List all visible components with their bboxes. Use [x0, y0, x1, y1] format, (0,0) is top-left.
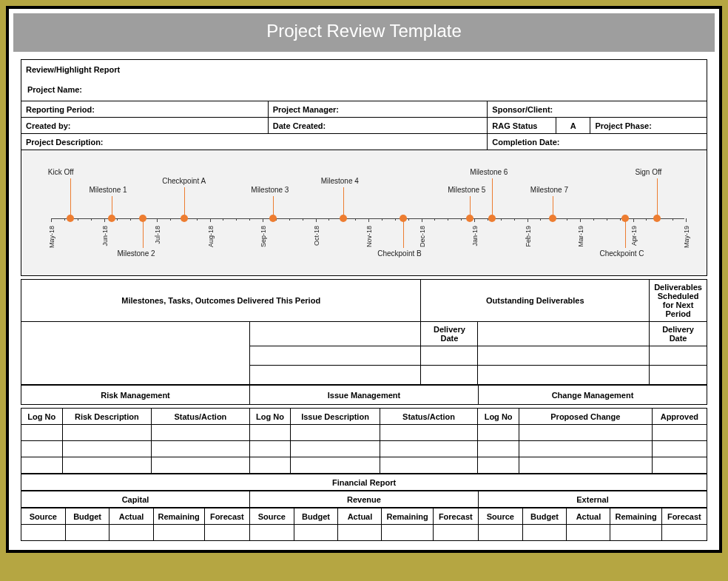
table-cell[interactable] — [652, 441, 707, 457]
table-cell[interactable] — [152, 441, 250, 457]
table-cell[interactable] — [652, 457, 707, 474]
table-cell[interactable] — [21, 525, 66, 541]
table-cell[interactable] — [21, 441, 63, 457]
reporting-period-label: Reporting Period: — [21, 101, 269, 118]
timeline-tick-label: Feb-19 — [525, 226, 532, 247]
table-cell[interactable] — [291, 441, 380, 457]
this-period-cell[interactable] — [21, 322, 250, 385]
milestone-stem — [343, 187, 344, 218]
table-cell[interactable] — [380, 457, 478, 474]
table-cell[interactable] — [661, 525, 707, 541]
table-cell[interactable] — [249, 525, 294, 541]
milestone-stem — [273, 196, 274, 218]
forecast-header: Forecast — [204, 508, 249, 525]
table-cell[interactable] — [522, 525, 567, 541]
timeline-minor-tick — [197, 218, 198, 221]
table-cell[interactable] — [382, 525, 433, 541]
milestone-label: Sign Off — [635, 168, 661, 176]
table-cell[interactable] — [294, 525, 338, 541]
milestone-stem — [70, 178, 71, 218]
table-cell[interactable] — [567, 525, 610, 541]
delivery-date-cell[interactable] — [421, 346, 478, 366]
timeline-tick — [368, 218, 369, 222]
table-cell[interactable] — [610, 525, 661, 541]
sponsor-client-label: Sponsor/Client: — [488, 101, 707, 118]
timeline-tick-label: Mar-19 — [577, 226, 584, 247]
timeline-tick — [157, 218, 158, 222]
table-cell[interactable] — [433, 525, 478, 541]
milestone-label: Milestone 5 — [448, 186, 485, 194]
delivery-date-cell[interactable] — [650, 366, 707, 385]
milestone-stem — [403, 218, 404, 248]
timeline-minor-tick — [78, 218, 78, 221]
table-cell[interactable] — [152, 457, 250, 474]
next-period-row[interactable] — [478, 346, 650, 366]
table-cell[interactable] — [249, 457, 291, 474]
milestone-label: Milestone 7 — [530, 186, 568, 194]
timeline-minor-tick — [408, 218, 409, 221]
table-cell[interactable] — [65, 525, 109, 541]
outstanding-row[interactable] — [249, 346, 421, 366]
management-table: Log No Risk Description Status/Action Lo… — [21, 408, 707, 474]
timeline-minor-tick — [461, 218, 462, 221]
timeline-tick — [633, 218, 634, 222]
delivery-date-cell[interactable] — [650, 346, 707, 366]
budget-header: Budget — [522, 508, 567, 525]
table-cell[interactable] — [249, 425, 291, 441]
table-cell[interactable] — [152, 425, 250, 441]
outstanding-row[interactable] — [249, 322, 421, 346]
delivery-date-cell[interactable] — [421, 366, 478, 385]
timeline-tick-label: May-19 — [683, 226, 690, 248]
timeline-tick — [528, 218, 528, 222]
table-cell[interactable] — [62, 441, 152, 457]
timeline-tick-label: Sep-18 — [260, 226, 267, 247]
table-cell[interactable] — [291, 457, 380, 474]
table-cell[interactable] — [478, 441, 519, 457]
table-cell[interactable] — [249, 441, 291, 457]
timeline-tick — [316, 218, 317, 222]
next-period-row[interactable] — [478, 322, 650, 346]
next-period-row[interactable] — [478, 366, 650, 385]
timeline-minor-tick — [223, 218, 223, 221]
table-cell[interactable] — [519, 425, 652, 441]
financial-columns: Source Budget Actual Remaining Forecast … — [21, 508, 707, 541]
timeline-tick-label: Oct-18 — [313, 226, 320, 246]
table-cell[interactable] — [21, 457, 63, 474]
table-cell[interactable] — [62, 425, 152, 441]
milestone-label: Checkpoint B — [377, 249, 421, 258]
table-cell[interactable] — [338, 525, 382, 541]
financial-title-row: Financial Report — [21, 474, 707, 491]
table-cell[interactable] — [478, 425, 519, 441]
table-cell[interactable] — [478, 457, 519, 474]
table-cell[interactable] — [291, 425, 380, 441]
milestone-stem — [112, 196, 112, 218]
milestone-stem — [625, 218, 626, 248]
table-cell[interactable] — [380, 425, 478, 441]
timeline-tick-label: Aug-18 — [207, 226, 215, 247]
table-cell[interactable] — [652, 425, 707, 441]
table-cell[interactable] — [478, 525, 522, 541]
actual-header: Actual — [567, 508, 610, 525]
document-frame: Project Review Template Review/Highlight… — [6, 6, 722, 553]
timeline-minor-tick — [64, 218, 65, 221]
outstanding-row[interactable] — [249, 366, 421, 385]
timeline-tick — [104, 218, 105, 222]
completion-date-label: Completion Date: — [488, 134, 707, 150]
forecast-header: Forecast — [433, 508, 478, 525]
table-cell[interactable] — [153, 525, 204, 541]
approved-header: Approved — [652, 409, 707, 425]
timeline-minor-tick — [91, 218, 92, 221]
table-cell[interactable] — [519, 441, 652, 457]
timeline-minor-tick — [593, 218, 594, 221]
table-cell[interactable] — [21, 425, 63, 441]
table-cell[interactable] — [62, 457, 152, 474]
external-header: External — [479, 491, 707, 508]
table-cell[interactable] — [380, 441, 478, 457]
table-cell[interactable] — [109, 525, 153, 541]
milestone-label: Milestone 6 — [470, 168, 508, 176]
remaining-header: Remaining — [382, 508, 433, 525]
remaining-header: Remaining — [153, 508, 204, 525]
table-cell[interactable] — [519, 457, 652, 474]
milestone-stem — [470, 196, 471, 218]
table-cell[interactable] — [204, 525, 249, 541]
